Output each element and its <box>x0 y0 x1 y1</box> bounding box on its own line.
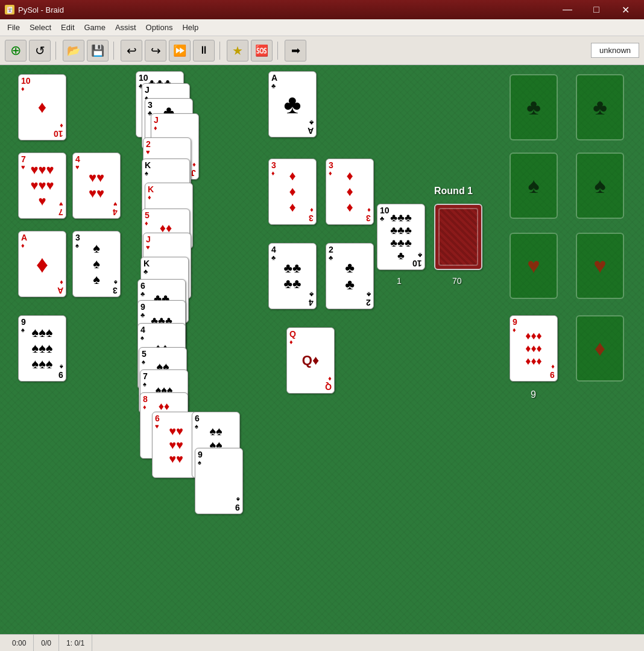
close-button[interactable]: ✕ <box>611 0 639 19</box>
card-10d[interactable]: 10 ♦ ♦ 10 ♦ <box>18 74 66 140</box>
card-4h[interactable]: 4 ♥ ♥♥♥♥ 4 ♥ <box>72 153 121 219</box>
card-9d-bot[interactable]: 9 ♠ 9 ♠ <box>195 448 243 514</box>
maximize-button[interactable]: □ <box>582 0 610 19</box>
menu-options[interactable]: Options <box>141 20 178 34</box>
restart-button[interactable]: ↺ <box>29 40 51 61</box>
status-bar: 0:00 0/0 1: 0/1 <box>0 634 644 651</box>
foundation-club-2[interactable]: ♣ <box>576 74 624 140</box>
menu-assist[interactable]: Assist <box>110 20 141 34</box>
open-button[interactable]: 📂 <box>63 40 84 61</box>
card-4c-col4[interactable]: 4 ♣ ♣♣♣♣ 4 ♣ <box>268 243 317 309</box>
foundation-heart-2[interactable]: ♥ <box>576 233 624 299</box>
menu-file[interactable]: File <box>2 20 25 34</box>
menu-edit[interactable]: Edit <box>56 20 79 34</box>
toolbar: ⊕ ↺ 📂 💾 ↩ ↪ ⏩ ⏸ ★ 🆘 ➡ unknown <box>0 36 644 65</box>
favorites-button[interactable]: ★ <box>227 40 248 61</box>
undo-button[interactable]: ↩ <box>121 40 142 61</box>
toolbar-separator-1 <box>55 42 58 60</box>
exit-button[interactable]: ➡ <box>285 40 306 61</box>
card-2c[interactable]: 2 ♣ ♣♣ 2 ♣ <box>326 243 374 309</box>
title-bar: 🃏 PySol - Braid — □ ✕ <box>0 0 644 19</box>
minimize-button[interactable]: — <box>554 0 581 19</box>
card-ad[interactable]: A ♦ ♦ A ♦ <box>18 231 66 297</box>
foundation-spade-2[interactable]: ♠ <box>576 153 624 219</box>
card-qd[interactable]: Q ♦ Q♦ Q ♦ <box>286 327 335 394</box>
new-game-button[interactable]: ⊕ <box>5 40 27 61</box>
card-3s[interactable]: 3 ♠ ♠♠♠ 3 ♠ <box>72 231 121 297</box>
waste-count: 70 <box>452 276 462 286</box>
card-ac[interactable]: A ♣ ♣ A ♣ <box>268 71 317 137</box>
toolbar-separator-4 <box>277 42 280 60</box>
foundation-count: 9 <box>531 389 536 400</box>
app-icon: 🃏 <box>5 5 14 14</box>
round-label: Round 1 <box>434 186 473 197</box>
redo-button[interactable]: ↪ <box>145 40 166 61</box>
game-area[interactable]: 10 ♦ ♦ 10 ♦ 7 ♥ ♥♥♥♥♥♥♥ 7 ♥ A ♦ ♦ A ♦ 9 … <box>0 65 644 634</box>
foundation-diamond-2[interactable]: ♦ <box>576 315 624 382</box>
menu-game[interactable]: Game <box>80 20 110 34</box>
foundation-heart-1[interactable]: ♥ <box>510 233 558 299</box>
save-button[interactable]: 💾 <box>87 40 109 61</box>
auto-button[interactable]: ⏩ <box>169 40 191 61</box>
stock-top-card[interactable]: 10 ♣ ♣♣♣♣♣♣♣♣♣♣ 10 ♣ <box>377 204 425 270</box>
foundation-diamond-1[interactable]: 9 ♦ ♦♦♦♦♦♦♦♦♦ 9 ♦ <box>510 315 558 382</box>
toolbar-separator-3 <box>219 42 222 60</box>
menu-help[interactable]: Help <box>177 20 203 34</box>
window-controls: — □ ✕ <box>554 0 639 19</box>
card-3d-col4[interactable]: 3 ♦ ♦♦♦ 3 ♦ <box>268 159 317 225</box>
window-title: PySol - Braid <box>18 5 64 14</box>
game-status: unknown <box>591 43 639 58</box>
menu-bar: File Select Edit Game Assist Options Hel… <box>0 19 644 36</box>
card-9s[interactable]: 9 ♠ ♠♠♠♠♠♠♠♠♠ 9 ♠ <box>18 315 66 382</box>
toolbar-separator-2 <box>113 42 116 60</box>
card-3d-col5[interactable]: 3 ♦ ♦♦♦ 3 ♦ <box>326 159 374 225</box>
help-button[interactable]: 🆘 <box>251 40 273 61</box>
status-score: 1: 0/1 <box>59 635 92 651</box>
card-7h[interactable]: 7 ♥ ♥♥♥♥♥♥♥ 7 ♥ <box>18 153 66 219</box>
pause-button[interactable]: ⏸ <box>193 40 215 61</box>
foundation-club-1[interactable]: ♣ <box>510 74 558 140</box>
waste-pile[interactable] <box>434 204 482 270</box>
status-moves: 0/0 <box>34 635 59 651</box>
menu-select[interactable]: Select <box>25 20 56 34</box>
status-time: 0:00 <box>5 635 34 651</box>
stock-count: 1 <box>397 276 402 286</box>
foundation-spade-1[interactable]: ♠ <box>510 153 558 219</box>
